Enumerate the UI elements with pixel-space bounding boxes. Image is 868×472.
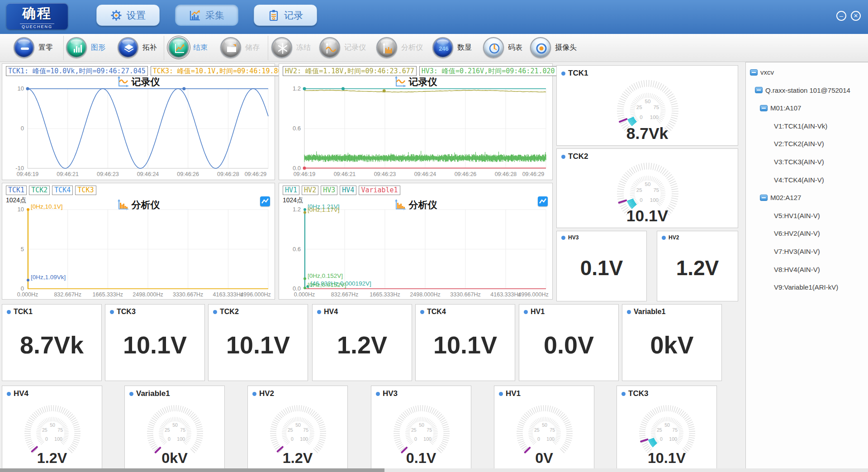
tree-item-V3-TCK3[interactable]: V3:TCK3(AIN-V)	[774, 158, 824, 166]
toolbar-item-label: 分析仪	[401, 43, 423, 52]
digital-panel-hv3: HV30.1V	[556, 231, 647, 301]
toolbar-separator	[268, 36, 268, 60]
graph-icon	[66, 37, 87, 58]
scrollbar-thumb[interactable]	[0, 468, 384, 472]
toolbar-item-摄像头[interactable]: 摄像头	[530, 37, 577, 58]
toolbar-item-分析仪[interactable]: 分析仪	[376, 37, 423, 58]
freeze-icon	[271, 37, 292, 58]
gauge-panel-bottom-HV1: HV102550751000V	[494, 386, 594, 470]
tree-item-V9-Variable1[interactable]: V9:Variable1(ARI-kV)	[774, 283, 838, 291]
channel-name-text: HV1	[531, 308, 545, 316]
recorder-2-plot: 09:46:1909:46:2109:46:2309:46:2409:46:26…	[279, 64, 553, 181]
tree-item-M01-A107[interactable]: M01:A107	[760, 104, 801, 112]
analyzer-2-plot: 0.000Hz832.667Hz1665.333Hz2498.000Hz3330…	[279, 183, 553, 300]
toolbar-item-数显[interactable]: 246数显	[432, 37, 472, 58]
digital-panel-TCK4: TCK410.1V	[415, 304, 515, 381]
svg-text:50: 50	[172, 422, 178, 428]
toolbar-item-置零[interactable]: 置零	[14, 37, 53, 58]
tree-item-V1-TCK1[interactable]: V1:TCK1(AIN-Vk)	[774, 122, 827, 130]
channel-dot-icon	[561, 236, 565, 240]
minimize-button[interactable]: –	[836, 11, 846, 21]
tree-item-V2-TCK2[interactable]: V2:TCK2(AIN-V)	[774, 140, 824, 148]
tree-collapse-icon[interactable]	[760, 195, 768, 201]
svg-text:50: 50	[419, 422, 424, 428]
svg-text:0.000Hz: 0.000Hz	[294, 291, 315, 298]
svg-text:0.6: 0.6	[293, 246, 301, 253]
toolbar-item-label: 数显	[457, 43, 472, 52]
toolbar-item-label: 结束	[193, 43, 208, 52]
svg-text:25: 25	[165, 427, 170, 433]
tree-item-V4-TCK4[interactable]: V4:TCK4(AIN-V)	[774, 176, 824, 184]
toolbar-item-码表[interactable]: 码表	[483, 37, 522, 58]
digital-panel-Variable1: Variable10kV	[622, 304, 722, 381]
zero-icon	[19, 43, 31, 54]
tree-item-V8-HV4[interactable]: V8:HV4(AIN-V)	[774, 266, 820, 273]
nav-button-settings[interactable]: 设置	[96, 5, 160, 26]
svg-text:2498.000Hz: 2498.000Hz	[410, 291, 440, 298]
nav-button-record[interactable]: 记录	[254, 5, 317, 26]
svg-text:0: 0	[21, 125, 24, 132]
svg-text:09:46:21: 09:46:21	[334, 171, 356, 177]
toolbar-separator	[164, 36, 164, 60]
tree-item-label: V8:HV4(AIN-V)	[774, 266, 820, 273]
svg-text:[0Hz,0.152V]: [0Hz,0.152V]	[308, 272, 343, 279]
gauge-value: 8.7Vk	[557, 124, 738, 143]
svg-text:0: 0	[291, 436, 294, 442]
tree-item-V5-HV1[interactable]: V5:HV1(AIN-V)	[774, 212, 820, 219]
gauge-panel-bottom-HV2: HV202550751001.2V	[247, 386, 348, 470]
svg-text:3330.667Hz: 3330.667Hz	[173, 291, 203, 298]
svg-text:100: 100	[300, 436, 308, 442]
toolbar-item-label: 拓补	[142, 43, 157, 52]
toolbar-item-记录仪[interactable]: 记录仪	[319, 37, 366, 58]
svg-text:25: 25	[42, 427, 47, 433]
svg-text:100: 100	[650, 197, 659, 203]
svg-text:09:46:29: 09:46:29	[522, 171, 545, 177]
channel-name-text: HV4	[324, 308, 338, 316]
nav-button-label: 记录	[284, 9, 303, 22]
tree-item-vxcv[interactable]: vxcv	[750, 68, 774, 76]
svg-text:-10: -10	[15, 165, 24, 172]
gauge-panel-bottom-HV4: HV402550751001.2V	[2, 386, 102, 470]
clipboard-icon	[268, 10, 280, 21]
gauge-value: 1.2V	[248, 450, 347, 467]
toolbar-item-结束[interactable]: 结束	[168, 37, 208, 58]
toolbar-item-拓补[interactable]: 拓补	[118, 37, 157, 58]
svg-text:[0Hz,0.0152V]: [0Hz,0.0152V]	[308, 281, 346, 288]
nav-button-collect[interactable]: 采集	[175, 5, 238, 26]
svg-text:0: 0	[660, 436, 663, 442]
digital-panel-HV4: HV41.2V	[312, 304, 412, 381]
toolbar-item-label: 记录仪	[344, 43, 366, 52]
toolbar-item-冻结[interactable]: 冻结	[271, 37, 311, 58]
tree-collapse-icon[interactable]	[755, 87, 763, 93]
toolbar-item-label: 码表	[508, 43, 522, 52]
gauge-value: 0.1V	[371, 450, 471, 467]
graph-icon	[71, 43, 83, 54]
svg-text:100: 100	[423, 436, 432, 442]
recorder-icon	[319, 37, 340, 58]
svg-text:10: 10	[18, 85, 24, 92]
tree-collapse-icon[interactable]	[760, 105, 768, 111]
toolbar-item-图形[interactable]: 图形	[66, 37, 105, 58]
toolbar-item-储存[interactable]: 储存	[220, 37, 260, 58]
svg-text:25: 25	[636, 187, 642, 193]
tree-item-M02-A127[interactable]: M02:A127	[760, 194, 801, 201]
topology-icon	[118, 37, 138, 58]
zero-icon	[14, 37, 34, 58]
tree-item-Q-raxx-station-101-752014[interactable]: Q.raxx-station 101@752014	[755, 86, 850, 94]
svg-text:09:46:26: 09:46:26	[177, 171, 199, 177]
channel-dot-icon	[110, 310, 114, 314]
svg-text:09:46:29: 09:46:29	[245, 171, 267, 177]
svg-text:75: 75	[57, 427, 63, 433]
svg-text:0: 0	[21, 285, 24, 292]
channel-dot-icon	[317, 310, 321, 314]
channel-name: TCK1	[7, 308, 33, 316]
tree-item-V6-HV2[interactable]: V6:HV2(AIN-V)	[774, 229, 820, 237]
tree-collapse-icon[interactable]	[750, 69, 758, 76]
digits-icon: 246	[432, 37, 453, 58]
svg-text:0: 0	[168, 436, 171, 442]
svg-text:09:46:28: 09:46:28	[217, 171, 239, 177]
logo-text: 确程	[6, 5, 68, 22]
tree-item-V7-HV3[interactable]: V7:HV3(AIN-V)	[774, 248, 820, 255]
close-button[interactable]: ✕	[851, 11, 861, 21]
svg-text:5: 5	[21, 246, 24, 253]
